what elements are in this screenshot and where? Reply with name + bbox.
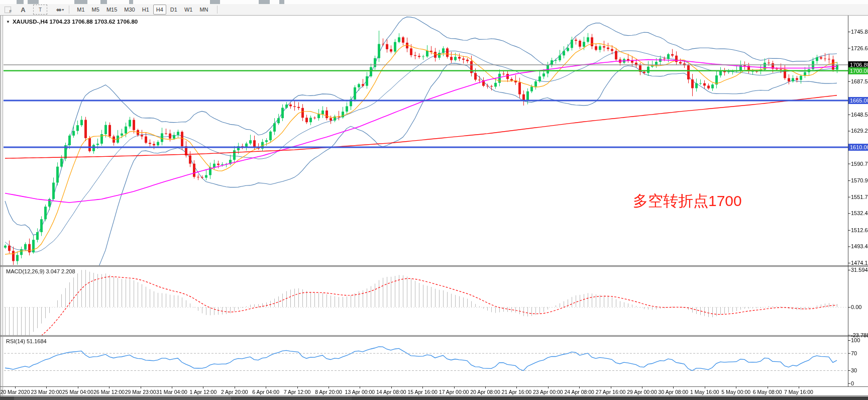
price-axis-label: 1590.75 [851,161,868,167]
timeframe-button-m1[interactable]: M1 [74,5,87,15]
text-label-tool-button[interactable]: A [18,5,28,14]
cropped-toolbar-fragments [0,0,868,4]
status-bar-segment [14,396,231,400]
price-axis-label: 1570.95 [851,177,868,183]
time-axis-label: 31 Mar 04:00 [156,389,187,395]
time-axis-label: 23 Apr 00:00 [533,389,563,395]
timeframe-button-m30[interactable]: M30 [121,5,138,15]
toolbar-fragment [74,0,87,4]
mt4-terminal: F A T ◆◆ ▾ M1 M5 M15 M30 H1 H4 D1 W1 MN … [0,0,868,400]
time-axis-label: 26 Mar 12:00 [93,389,125,395]
rsi-scale-label: 100 [851,337,860,343]
toolbar-fragment [210,0,220,4]
time-axis-label: 6 May 08:00 [753,389,782,395]
toolbar-fragment [17,0,24,4]
timeframe-button-m5[interactable]: M5 [89,5,102,15]
price-axis-badge: 1665.00 [848,97,868,104]
timeframe-button-d1[interactable]: D1 [167,5,180,15]
macd-indicator-label: MACD(12,26,9) 3.047 2.208 [6,268,75,274]
time-axis-label: 6 Apr 04:00 [252,389,279,395]
time-axis-label: 15 Apr 16:00 [407,389,438,395]
window-left-border [1,16,1,396]
macd-scale-label: 0.00 [851,304,861,310]
time-axis-label: 20 Apr 08:00 [470,389,500,395]
toolbar-fragment [129,0,133,4]
time-axis-label: 21 Apr 16:00 [502,389,532,395]
toolbar-separator [217,6,218,14]
macd-scale-label: 31.594 [851,267,868,273]
price-axis-badge: 1610.00 [848,144,868,151]
rsi-scale-label: 70 [851,350,857,356]
time-axis-label: 2 Apr 20:00 [221,389,248,395]
window-left-inner-border [3,16,3,396]
shapes-tool-button[interactable]: ◆◆ ▾ [50,5,64,14]
text-tool-icon: T [39,7,42,13]
time-axis-label: 7 Apr 12:00 [284,389,311,395]
rsi-scale-label: 30 [851,367,857,373]
price-axis-label: 1629.25 [851,128,868,134]
toolbar-fragment [100,0,107,4]
time-axis-label: 17 Apr 00:00 [439,389,469,395]
chart-annotation-text: 多空转折点1700 [633,191,742,212]
timeframe-button-h4[interactable]: H4 [153,5,166,15]
time-axis-label: 29 Apr 00:00 [627,389,657,395]
text-box-tool-button[interactable]: T [33,5,47,15]
price-axis-label: 1648.50 [851,112,868,118]
toolbar-separator [69,6,69,14]
time-axis-label: 27 Apr 16:00 [596,389,626,395]
bottom-status-bar [0,396,868,400]
toolbar-fragment [28,0,39,4]
price-axis-label: 1532.45 [851,210,868,216]
timeframe-button-h1[interactable]: H1 [139,5,152,15]
price-axis-label: 1474.15 [851,260,868,266]
time-axis-label: 14 Apr 08:00 [376,389,406,395]
symbol-dropdown-icon[interactable]: ▼ [6,20,10,24]
time-axis-label: 1 May 16:00 [690,389,719,395]
price-axis-label: 1726.60 [851,45,868,51]
time-axis-label: 20 Mar 2020 [1,389,30,395]
price-axis-label: 1551.70 [851,194,868,200]
time-axis-label: 29 Mar 23:00 [125,389,156,395]
price-axis-label: 1493.40 [851,243,868,249]
time-axis-label: 5 May 00:00 [721,389,750,395]
time-axis-label: 23 Mar 20:00 [31,389,62,395]
price-axis-label: 1745.85 [851,29,868,35]
time-axis-label: 13 Apr 00:00 [345,389,375,395]
price-axis-badge: 1700.00 [848,67,868,74]
crosshair-tool-button[interactable]: F [3,5,13,14]
time-axis-label: 24 Apr 08:00 [564,389,594,395]
rsi-indicator-label: RSI(14) 51.1684 [6,338,47,344]
rsi-scale-label: 0 [851,380,854,386]
toolbar-fragment [279,0,284,4]
chart-title-text: XAUUSD-,H4 1704.23 1706.88 1703.62 1706.… [13,19,138,25]
toolbar: F A T ◆◆ ▾ M1 M5 M15 M30 H1 H4 D1 W1 MN [0,4,868,16]
chart-title: ▼XAUUSD-,H4 1704.23 1706.88 1703.62 1706… [6,19,138,25]
time-axis-label: 30 Apr 08:00 [659,389,689,395]
time-axis-label: 8 Apr 20:00 [315,389,342,395]
chart-window: ▼XAUUSD-,H4 1704.23 1706.88 1703.62 1706… [0,15,868,397]
shapes-icon: ◆◆ [56,8,60,12]
chevron-down-icon: ▾ [62,8,64,12]
status-bar-segment [352,396,868,400]
time-axis-label: 25 Mar 04:00 [62,389,93,395]
timeframe-button-w1[interactable]: W1 [181,5,196,15]
timeframe-button-mn[interactable]: MN [196,5,211,15]
time-axis-label: 7 May 16:00 [784,389,813,395]
timeframe-button-m15[interactable]: M15 [103,5,120,15]
toolbar-fragment [259,0,270,4]
crosshair-label: F [10,9,12,14]
price-axis-label: 1687.55 [851,78,868,84]
time-axis-label: 1 Apr 12:00 [190,389,217,395]
price-axis-label: 1512.65 [851,227,868,233]
